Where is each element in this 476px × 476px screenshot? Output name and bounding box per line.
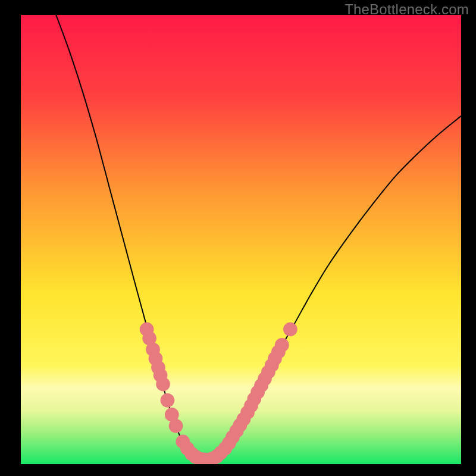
data-marker: [161, 393, 175, 408]
data-marker: [283, 322, 298, 337]
data-marker: [156, 377, 170, 392]
chart-svg: [21, 15, 461, 464]
chart-frame: TheBottleneck.com: [0, 0, 476, 476]
data-marker: [275, 338, 289, 352]
chart-plot-area: [21, 15, 461, 464]
data-marker: [169, 419, 183, 433]
gradient-background: [21, 15, 461, 464]
